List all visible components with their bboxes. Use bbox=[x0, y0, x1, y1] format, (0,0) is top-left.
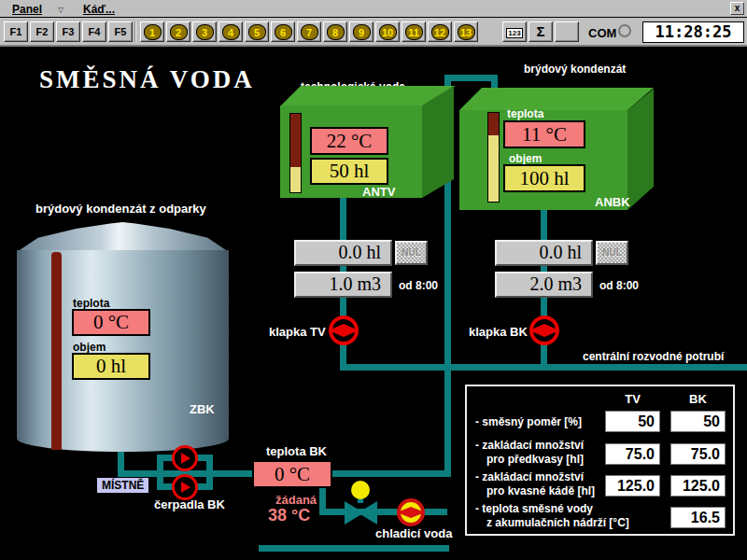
setpoint-label: žádaná bbox=[275, 493, 317, 507]
anbk-temp-label: teplota bbox=[507, 107, 543, 120]
zbk-temp-label: teplota bbox=[73, 297, 109, 310]
anbk-tank-label: brýdový kondenzát bbox=[524, 63, 626, 76]
column-header-tv: TV bbox=[605, 392, 660, 406]
tv-flow-reset-button[interactable]: NUL bbox=[395, 241, 428, 265]
zbk-tag: ZBK bbox=[190, 402, 215, 416]
tank-5-button[interactable]: 5 bbox=[245, 21, 269, 42]
parameter-table: TV BK - směsný poměr [%] 50 50 - zakláda… bbox=[465, 385, 735, 536]
bk-pumps-label: čerpadla BK bbox=[154, 497, 225, 511]
dropdown-arrow-icon: ▽ bbox=[58, 6, 63, 14]
bk-flow-m3-display: 2.0 m3 bbox=[495, 272, 593, 298]
zbk-volume-display: 0 hl bbox=[72, 353, 150, 380]
f4-button[interactable]: F4 bbox=[82, 21, 106, 42]
setpoint-value: 38 °C bbox=[268, 506, 310, 525]
anbk-tank-side-face bbox=[627, 89, 655, 210]
f2-button[interactable]: F2 bbox=[30, 21, 54, 42]
close-button[interactable]: x bbox=[730, 2, 744, 15]
kvas-amount-bk-field[interactable]: 125.0 bbox=[670, 475, 726, 497]
anbk-level-indicator bbox=[487, 112, 500, 203]
column-header-bk: BK bbox=[670, 392, 726, 406]
tank-4-button[interactable]: 4 bbox=[218, 21, 243, 42]
row-label-mix-ratio: - směsný poměr [%] bbox=[475, 415, 582, 429]
f3-button[interactable]: F3 bbox=[56, 21, 80, 42]
zbk-tank-label: brýdový kondenzát z odparky bbox=[35, 202, 206, 216]
tank-7-button[interactable]: 7 bbox=[297, 21, 321, 42]
com-label: COM bbox=[588, 26, 616, 40]
menu-kad[interactable]: Káď... bbox=[80, 2, 118, 17]
bk-pump-2-icon[interactable] bbox=[172, 474, 198, 500]
antv-temperature-display: 22 °C bbox=[310, 127, 388, 155]
toolbar: F1 F2 F3 F4 F5 1 2 3 4 5 6 7 8 9 10 11 1… bbox=[0, 18, 747, 47]
antv-tag: ANTV bbox=[362, 185, 395, 199]
cooling-control-valve-icon[interactable] bbox=[397, 498, 425, 526]
f5-button[interactable]: F5 bbox=[108, 21, 133, 42]
anbk-volume-label: objem bbox=[509, 152, 542, 165]
bk-temperature-display: 0 °C bbox=[252, 460, 332, 488]
menu-bar: Panel ▽ Káď... x bbox=[0, 0, 747, 18]
tv-valve-icon[interactable] bbox=[329, 315, 359, 345]
toolbar-divider bbox=[134, 21, 136, 42]
tank-9-button[interactable]: 9 bbox=[349, 21, 374, 42]
sum-button[interactable]: Σ bbox=[529, 21, 553, 42]
tv-valve-label: klapka TV bbox=[269, 325, 326, 339]
bk-flow-reset-button[interactable]: NUL bbox=[596, 241, 628, 265]
zbk-volume-label: objem bbox=[73, 341, 106, 354]
zbk-tank-dome bbox=[17, 222, 229, 252]
tank-1-button[interactable]: 1 bbox=[140, 21, 164, 42]
row-label-kvas-amount: - zakládací množstvípro kvasné kádě [hl] bbox=[475, 470, 595, 498]
zbk-temperature-display: 0 °C bbox=[72, 309, 150, 336]
tank-13-button[interactable]: 13 bbox=[454, 21, 478, 42]
cooling-valve-actuator-icon bbox=[351, 481, 370, 499]
anbk-volume-display: 100 hl bbox=[503, 164, 585, 192]
antv-volume-display: 50 hl bbox=[310, 158, 388, 185]
pipe-anbk-feed-top bbox=[444, 75, 498, 81]
pipe-pump-loop-left bbox=[157, 455, 163, 490]
clock-display: 11:28:25 bbox=[642, 21, 744, 43]
predkvas-amount-bk-field[interactable]: 75.0 bbox=[670, 443, 726, 465]
blank-button[interactable] bbox=[555, 21, 579, 42]
pipe-pump-loop-right bbox=[206, 455, 213, 490]
bk-flow-since-label: od 8:00 bbox=[599, 279, 639, 292]
tv-flow-since-label: od 8:00 bbox=[399, 279, 438, 292]
calculator-button[interactable]: 123 bbox=[502, 21, 527, 42]
tv-flow-hl-display: 0.0 hl bbox=[294, 240, 392, 266]
kvas-amount-tv-field[interactable]: 125.0 bbox=[605, 475, 660, 497]
pipe-cooling-line bbox=[325, 509, 447, 515]
page-title: SMĚSNÁ VODA bbox=[39, 65, 255, 94]
row-label-mixed-water-temp: - teplota směsné vodyz akumulačních nádr… bbox=[475, 502, 629, 530]
tank-6-button[interactable]: 6 bbox=[271, 21, 295, 42]
cooling-water-label: chladicí voda bbox=[375, 526, 452, 540]
bk-valve-icon[interactable] bbox=[529, 315, 559, 345]
123-icon: 123 bbox=[506, 28, 523, 38]
pipe-cooling-supply bbox=[259, 545, 449, 552]
tank-10-button[interactable]: 10 bbox=[375, 21, 400, 42]
bk-valve-label: klapka BK bbox=[469, 325, 528, 339]
bk-pump-1-icon[interactable] bbox=[172, 445, 198, 471]
menu-panel[interactable]: Panel bbox=[9, 2, 45, 17]
tank-11-button[interactable]: 11 bbox=[402, 21, 426, 42]
antv-level-indicator bbox=[289, 113, 302, 193]
tank-12-button[interactable]: 12 bbox=[428, 21, 452, 42]
row-label-predkvas-amount: - zakládací množstvípro předkvasy [hl] bbox=[475, 439, 584, 467]
anbk-temperature-display: 11 °C bbox=[503, 120, 585, 148]
tv-flow-m3-display: 1.0 m3 bbox=[294, 272, 392, 298]
mixed-water-temp-field[interactable]: 16.5 bbox=[670, 507, 726, 528]
predkvas-amount-tv-field[interactable]: 75.0 bbox=[605, 443, 660, 465]
f1-button[interactable]: F1 bbox=[4, 21, 28, 42]
tank-2-button[interactable]: 2 bbox=[166, 21, 190, 42]
bk-flow-hl-display: 0.0 hl bbox=[495, 240, 593, 266]
anbk-tank-top-face bbox=[458, 86, 655, 111]
com-status-led bbox=[618, 24, 631, 37]
mix-ratio-bk-field[interactable]: 50 bbox=[670, 411, 726, 432]
zbk-tank-body bbox=[17, 250, 229, 452]
cooling-butterfly-valve-icon[interactable] bbox=[345, 501, 377, 525]
local-mode-badge: MÍSTNĚ bbox=[97, 478, 148, 493]
central-pipe-label: centrální rozvodné potrubí bbox=[583, 350, 724, 363]
mix-ratio-tv-field[interactable]: 50 bbox=[605, 411, 660, 432]
tank-3-button[interactable]: 3 bbox=[192, 21, 217, 42]
tank-8-button[interactable]: 8 bbox=[323, 21, 347, 42]
bk-temp-label: teplota BK bbox=[266, 444, 327, 458]
anbk-tag: ANBK bbox=[595, 195, 630, 209]
zbk-level-indicator bbox=[51, 252, 62, 450]
pipe-central-distribution bbox=[340, 364, 747, 371]
